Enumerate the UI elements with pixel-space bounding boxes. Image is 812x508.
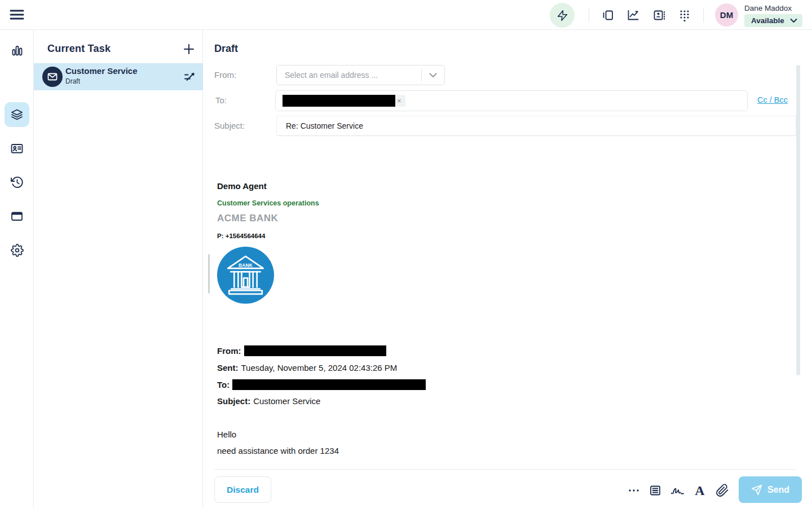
- font-icon: A: [695, 484, 704, 497]
- browser-window-icon: [10, 209, 24, 223]
- discard-button[interactable]: Discard: [214, 476, 271, 503]
- format-text-button[interactable]: A: [692, 483, 707, 498]
- signature-company: ACME BANK: [217, 213, 278, 224]
- topbar-divider-2: [703, 7, 704, 23]
- nav-tasks-button[interactable]: [5, 102, 29, 127]
- plus-icon: [183, 43, 195, 55]
- nav-metrics-button[interactable]: [5, 38, 29, 63]
- more-options-button[interactable]: [626, 483, 641, 498]
- chevron-down-icon: [429, 73, 437, 78]
- nav-history-button[interactable]: [5, 170, 29, 195]
- to-recipients-input[interactable]: ×: [275, 90, 748, 111]
- nav-browser-button[interactable]: [5, 204, 29, 229]
- current-task-panel: Current Task Customer Service Draft: [34, 30, 203, 508]
- dialpad-icon: [678, 8, 691, 22]
- email-body-editor[interactable]: [209, 141, 795, 468]
- subject-input[interactable]: [276, 116, 796, 136]
- agent-directory-button[interactable]: [652, 8, 666, 22]
- nav-contacts-button[interactable]: [5, 136, 29, 161]
- contact-directory-icon: [652, 8, 666, 22]
- quoted-from-line: From:: [217, 345, 386, 356]
- top-bar: DM Dane Maddox Available: [0, 0, 812, 30]
- templates-button[interactable]: [648, 483, 663, 498]
- panel-title: Current Task: [47, 43, 111, 55]
- bank-logo-label: BANK: [239, 262, 253, 268]
- task-list-item[interactable]: Customer Service Draft: [34, 63, 203, 90]
- cc-bcc-link[interactable]: Cc / Bcc: [757, 95, 788, 104]
- quoted-sent-line: Sent:Tuesday, November 5, 2024 02:43:26 …: [217, 363, 397, 373]
- toolbar-divider: [214, 469, 796, 470]
- signature-button[interactable]: [670, 483, 685, 498]
- attach-file-button[interactable]: [715, 483, 730, 498]
- add-task-button[interactable]: [182, 42, 196, 56]
- lightning-bolt-icon: [557, 10, 568, 21]
- ellipsis-icon: [627, 484, 641, 497]
- signature-phone: P: +1564564644: [217, 233, 265, 239]
- left-navigation-rail: [0, 30, 34, 508]
- message-line-1: Hello: [217, 430, 236, 439]
- topbar-divider: [589, 7, 589, 23]
- panels-view-button[interactable]: [601, 8, 615, 22]
- metrics-button[interactable]: [626, 8, 640, 22]
- paper-plane-icon: [751, 484, 762, 496]
- signature-role: Customer Services operations: [217, 199, 319, 207]
- quoted-subject-line: Subject:Customer Service: [217, 396, 320, 406]
- user-name: Dane Maddox: [744, 4, 792, 12]
- compose-heading: Draft: [214, 43, 238, 55]
- compose-pen-icon: [183, 70, 196, 84]
- bank-logo: BANK: [217, 247, 274, 304]
- quoted-to-line: To:: [217, 379, 426, 390]
- status-dropdown[interactable]: Available: [744, 14, 802, 27]
- task-status: Draft: [65, 77, 80, 85]
- quick-connects-button[interactable]: [550, 3, 575, 28]
- contact-card-icon: [10, 142, 24, 155]
- line-chart-icon: [626, 8, 640, 22]
- message-line-2: need assistance with order 1234: [217, 446, 339, 456]
- hamburger-icon: [9, 7, 25, 22]
- avatar-initials: DM: [720, 10, 733, 20]
- agent-workspace: DM Dane Maddox Available: [0, 0, 812, 508]
- redacted-to: [232, 379, 426, 390]
- panels-icon: [601, 8, 615, 22]
- from-label: From:: [214, 70, 236, 80]
- send-button[interactable]: Send: [739, 476, 802, 503]
- nav-settings-button[interactable]: [5, 238, 29, 262]
- recipient-chip[interactable]: ×: [283, 95, 405, 107]
- editor-scroll-handle[interactable]: [208, 254, 210, 294]
- edit-draft-button[interactable]: [183, 70, 196, 84]
- to-label: To:: [215, 95, 227, 105]
- paperclip-icon: [716, 484, 729, 497]
- status-label: Available: [751, 16, 784, 25]
- send-label: Send: [767, 485, 789, 495]
- task-title: Customer Service: [65, 66, 138, 76]
- hamburger-menu-button[interactable]: [9, 7, 25, 22]
- layers-icon: [10, 108, 24, 121]
- vertical-scrollbar[interactable]: [796, 65, 800, 375]
- template-list-icon: [648, 484, 662, 497]
- user-avatar[interactable]: DM: [715, 3, 738, 27]
- redacted-email: [283, 95, 395, 107]
- signature-name: Demo Agent: [217, 181, 267, 191]
- from-placeholder: Select an email address ...: [277, 71, 421, 80]
- bar-chart-icon: [10, 44, 24, 58]
- from-address-select[interactable]: Select an email address ...: [276, 65, 445, 85]
- subject-label: Subject:: [214, 121, 245, 130]
- chevron-down-icon: [790, 18, 797, 23]
- signature-icon: [670, 484, 685, 497]
- settings-gear-icon: [11, 244, 24, 257]
- redacted-from: [244, 345, 386, 356]
- remove-recipient-button[interactable]: ×: [395, 97, 403, 104]
- email-task-icon: [42, 67, 63, 87]
- dialpad-button[interactable]: [678, 8, 691, 22]
- history-icon: [10, 176, 24, 189]
